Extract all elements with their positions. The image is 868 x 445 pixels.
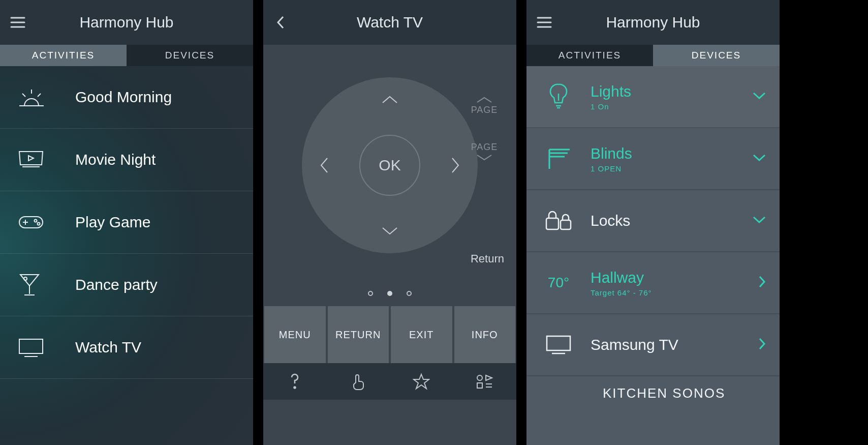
page-label: PAGE [471, 105, 498, 115]
activity-movie-night[interactable]: Movie Night [0, 129, 253, 191]
screen-activities: Harmony Hub ACTIVITIES DEVICES Good Morn… [0, 0, 253, 445]
sunrise-icon [17, 86, 63, 108]
activity-label: Good Morning [75, 88, 172, 106]
device-title: Locks [591, 212, 630, 229]
gamepad-icon [17, 213, 63, 232]
screen-devices: Harmony Hub ACTIVITIES DEVICES Lights 1 … [526, 0, 780, 445]
tabs: ACTIVITIES DEVICES [0, 45, 253, 66]
return-button[interactable]: Return [471, 252, 504, 265]
device-sub: Target 64° - 76° [591, 288, 652, 297]
device-lights[interactable]: Lights 1 On [526, 66, 780, 128]
page-dot[interactable] [387, 291, 392, 296]
device-samsung-tv[interactable]: Samsung TV [526, 314, 780, 376]
dpad: OK [302, 77, 478, 253]
device-blinds[interactable]: Blinds 1 OPEN [526, 128, 780, 190]
page-dot[interactable] [407, 291, 412, 296]
device-title: Hallway [591, 269, 652, 286]
svg-marker-21 [414, 374, 429, 389]
svg-marker-9 [28, 156, 34, 161]
activity-play-game[interactable]: Play Game [0, 191, 253, 254]
menu-button[interactable] [0, 0, 36, 45]
activity-label: Play Game [75, 214, 150, 231]
soft-exit[interactable]: EXIT [391, 306, 452, 363]
soft-info[interactable]: INFO [454, 306, 516, 363]
tv-icon [541, 334, 576, 355]
back-button[interactable] [263, 0, 299, 45]
thermostat-temp: 70° [541, 275, 576, 291]
soft-button-row: MENU RETURN EXIT INFO [263, 306, 516, 363]
chevron-right-icon [758, 275, 766, 290]
tab-devices[interactable]: DEVICES [127, 45, 253, 66]
page-buttons: PAGE PAGE [464, 96, 504, 162]
tv-icon [17, 337, 63, 358]
header-title: Harmony Hub [0, 14, 253, 31]
dpad-right[interactable] [443, 153, 468, 177]
dpad-down[interactable] [378, 219, 402, 243]
device-locks[interactable]: Locks [526, 190, 780, 252]
tabs: ACTIVITIES DEVICES [526, 45, 780, 66]
device-list: Lights 1 On Blinds 1 OPEN Locks [526, 66, 780, 407]
device-kitchen-sonos[interactable]: KITCHEN SONOS [526, 376, 780, 407]
page-up[interactable]: PAGE [471, 96, 498, 115]
svg-rect-37 [546, 218, 559, 229]
device-title: Samsung TV [591, 336, 678, 353]
activity-label: Movie Night [75, 151, 156, 168]
activity-list: Good Morning Movie Night Play Game Dance… [0, 66, 253, 379]
device-title: KITCHEN SONOS [603, 385, 725, 401]
device-title: Blinds [591, 145, 632, 162]
chevron-right-icon [758, 337, 766, 352]
blinds-icon [541, 146, 576, 171]
activity-dance-party[interactable]: Dance party [0, 254, 253, 316]
activity-label: Dance party [75, 276, 158, 293]
header-title: Watch TV [263, 14, 516, 31]
page-label: PAGE [471, 142, 498, 153]
page-down[interactable]: PAGE [471, 142, 498, 162]
svg-rect-24 [477, 383, 482, 388]
soft-menu[interactable]: MENU [264, 306, 326, 363]
lock-icon [541, 209, 576, 232]
page-dot[interactable] [368, 291, 373, 296]
gesture-icon[interactable] [327, 363, 390, 400]
chevron-down-icon [752, 215, 766, 226]
activity-watch-tv[interactable]: Watch TV [0, 316, 253, 379]
activity-good-morning[interactable]: Good Morning [0, 66, 253, 129]
light-icon [541, 82, 576, 111]
device-sub: 1 On [591, 102, 631, 111]
soft-return[interactable]: RETURN [328, 306, 389, 363]
dpad-up[interactable] [378, 87, 402, 112]
menu-button[interactable] [526, 0, 562, 45]
favorite-icon[interactable] [390, 363, 453, 400]
activity-icon[interactable] [453, 363, 517, 400]
svg-rect-38 [561, 220, 571, 229]
chevron-down-icon [752, 153, 766, 164]
tab-activities[interactable]: ACTIVITIES [526, 45, 653, 66]
header: Harmony Hub [0, 0, 253, 45]
activity-label: Watch TV [75, 339, 141, 356]
dpad-area: OK PAGE PAGE Return [263, 45, 516, 286]
svg-line-5 [22, 94, 25, 97]
page-indicator [263, 286, 516, 301]
header: Watch TV [263, 0, 516, 45]
svg-rect-39 [547, 336, 570, 350]
movie-icon [17, 150, 63, 170]
svg-line-6 [38, 94, 41, 97]
svg-marker-23 [486, 375, 492, 380]
help-icon[interactable] [263, 363, 327, 400]
device-title: Lights [591, 83, 631, 100]
svg-point-22 [477, 375, 482, 380]
chevron-down-icon [752, 91, 766, 102]
dpad-left[interactable] [312, 153, 336, 177]
bottom-bar [263, 363, 516, 400]
svg-marker-7 [19, 152, 43, 165]
svg-point-13 [35, 220, 37, 222]
svg-rect-18 [19, 339, 43, 353]
header-title: Harmony Hub [526, 14, 780, 31]
svg-point-17 [24, 277, 27, 280]
tab-devices[interactable]: DEVICES [653, 45, 780, 66]
device-hallway-thermostat[interactable]: 70° Hallway Target 64° - 76° [526, 252, 780, 314]
device-sub: 1 OPEN [591, 164, 632, 173]
tab-activities[interactable]: ACTIVITIES [0, 45, 127, 66]
dpad-ok[interactable]: OK [359, 135, 420, 196]
cocktail-icon [17, 272, 63, 298]
screen-remote: Watch TV OK PAGE PAGE Return MENU RETUR [263, 0, 516, 445]
